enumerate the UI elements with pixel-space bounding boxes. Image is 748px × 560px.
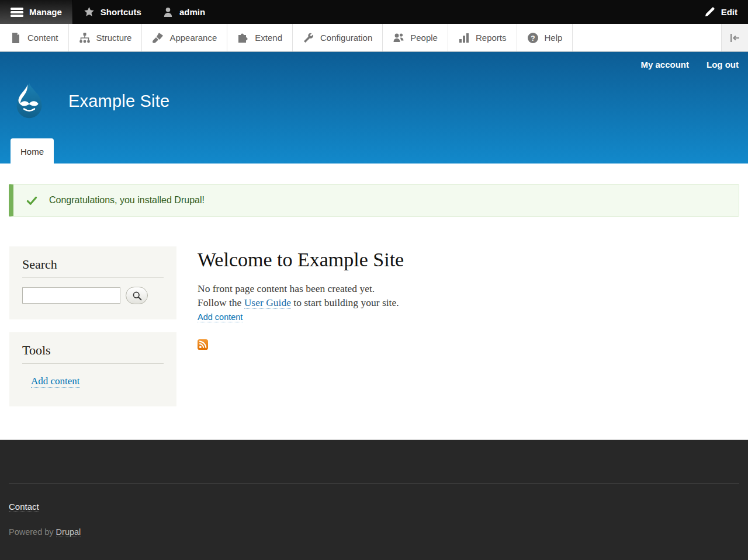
- drupal-logo[interactable]: [9, 81, 49, 121]
- hamburger-icon: [11, 8, 23, 17]
- log-out-link[interactable]: Log out: [707, 60, 739, 69]
- tray-item-label: Extend: [255, 33, 282, 43]
- search-block: Search: [9, 246, 176, 319]
- manage-tab[interactable]: Manage: [0, 0, 73, 24]
- content-column: Welcome to Example Site No front page co…: [198, 246, 739, 350]
- tray-item-label: Reports: [476, 33, 507, 43]
- tools-add-content-link[interactable]: Add content: [31, 375, 80, 388]
- rss-feed-icon[interactable]: [198, 339, 208, 350]
- tray-spacer: [573, 24, 721, 51]
- tray-item-extend[interactable]: Extend: [227, 24, 293, 51]
- checkmark-icon: [26, 195, 37, 206]
- site-header: My account Log out Example Site Home: [0, 52, 748, 164]
- add-content-link[interactable]: Add content: [198, 312, 243, 322]
- sidebar: Search Tools Add content: [9, 246, 176, 406]
- people-icon: [393, 32, 404, 44]
- footer-divider: [9, 483, 739, 484]
- page-title: Welcome to Example Site: [198, 249, 739, 271]
- user-guide-link[interactable]: User Guide: [244, 297, 291, 309]
- home-tab[interactable]: Home: [11, 138, 54, 164]
- footer-contact-link[interactable]: Contact: [9, 502, 39, 512]
- tray-item-label: Structure: [96, 33, 132, 43]
- site-name[interactable]: Example Site: [68, 92, 169, 111]
- tray-item-content[interactable]: Content: [0, 24, 69, 51]
- status-message: Congratulations, you installed Drupal!: [9, 184, 739, 217]
- question-icon: ?: [527, 32, 539, 44]
- shortcuts-tab[interactable]: Shortcuts: [73, 0, 152, 24]
- collapse-left-icon: [730, 34, 740, 42]
- tray-item-structure[interactable]: Structure: [69, 24, 143, 51]
- tools-block: Tools Add content: [9, 332, 176, 406]
- no-content-text: No front page content has been created y…: [198, 281, 739, 295]
- layout-columns: Search Tools Add content: [0, 246, 748, 406]
- main-region: Congratulations, you installed Drupal! S…: [0, 164, 748, 440]
- tools-block-title: Tools: [22, 343, 164, 364]
- secondary-menu: My account Log out: [641, 60, 739, 69]
- puzzle-icon: [237, 32, 249, 44]
- user-guide-line-suffix: to start building your site.: [291, 297, 399, 308]
- powered-by-text: Powered by: [9, 527, 56, 537]
- manage-tab-label: Manage: [29, 7, 62, 17]
- tray-item-label: Configuration: [320, 33, 372, 43]
- footer: Contact Powered by Drupal: [0, 440, 748, 560]
- tray-item-appearance[interactable]: Appearance: [142, 24, 227, 51]
- shortcuts-tab-label: Shortcuts: [101, 7, 141, 17]
- bar-chart-icon: [458, 32, 470, 44]
- tray-item-label: Appearance: [169, 33, 217, 43]
- svg-text:?: ?: [531, 34, 535, 42]
- edit-tab[interactable]: Edit: [694, 0, 748, 24]
- tray-item-label: Help: [545, 33, 563, 43]
- search-submit-button[interactable]: [126, 287, 148, 304]
- tray-item-help[interactable]: ? Help: [517, 24, 573, 51]
- pencil-icon: [704, 6, 715, 18]
- page: Manage Shortcuts admin Edit: [0, 0, 748, 560]
- tray-item-configuration[interactable]: Configuration: [293, 24, 383, 51]
- user-tab[interactable]: admin: [152, 0, 216, 24]
- tray-item-people[interactable]: People: [383, 24, 448, 51]
- sitemap-icon: [79, 32, 91, 44]
- admin-toolbar: Manage Shortcuts admin Edit: [0, 0, 748, 24]
- admin-bar-spacer: [216, 0, 694, 24]
- drupal-link[interactable]: Drupal: [56, 527, 81, 537]
- my-account-link[interactable]: My account: [641, 60, 690, 69]
- tray-item-label: Content: [27, 33, 58, 43]
- star-icon: [84, 6, 95, 18]
- tray-item-label: People: [410, 33, 438, 43]
- tray-item-reports[interactable]: Reports: [448, 24, 517, 51]
- magnifier-icon: [132, 291, 142, 301]
- toolbar-orientation-toggle[interactable]: [721, 24, 748, 51]
- toolbar-tray: Content Structure Appearance Extend: [0, 24, 748, 52]
- search-form: [22, 287, 164, 304]
- wrench-icon: [303, 32, 314, 44]
- status-message-text: Congratulations, you installed Drupal!: [49, 195, 205, 206]
- file-icon: [10, 32, 22, 44]
- search-input[interactable]: [22, 287, 120, 304]
- user-icon: [162, 6, 174, 18]
- user-guide-line-prefix: Follow the: [198, 297, 244, 308]
- edit-tab-label: Edit: [721, 7, 737, 17]
- search-block-title: Search: [22, 257, 164, 278]
- site-branding: Example Site: [9, 81, 169, 121]
- powered-by: Powered by Drupal: [9, 527, 748, 537]
- user-guide-line: Follow the User Guide to start building …: [198, 295, 739, 309]
- paintbrush-icon: [152, 32, 164, 44]
- user-tab-label: admin: [179, 7, 205, 17]
